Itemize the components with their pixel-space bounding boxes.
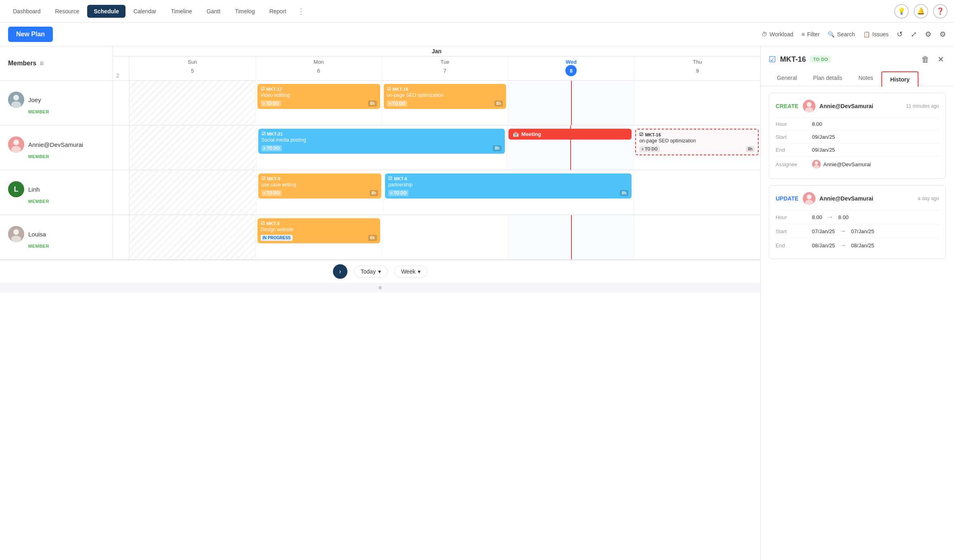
cell-joey-mon6[interactable]: ☑MKT-17 Video editting ≡ TO DO 8h	[255, 81, 382, 125]
cell-louisa-tue7[interactable]	[382, 215, 508, 259]
more-icon[interactable]: ⋮	[294, 5, 308, 17]
task-id-dashed: MKT-16	[645, 132, 661, 137]
new-plan-button[interactable]: New Plan	[8, 27, 53, 42]
task-status-mkt9: ≡ TO DO	[262, 190, 282, 196]
expand-icon: ⤢	[911, 30, 917, 39]
meeting-card[interactable]: 📅 Meeting	[508, 129, 632, 140]
tab-timelog[interactable]: Timelog	[228, 5, 261, 18]
member-info-joey: Joey	[8, 92, 105, 108]
task-title-mkt6: partnership	[388, 182, 628, 188]
today-label: Today	[361, 268, 376, 275]
svg-point-2	[11, 101, 21, 108]
tab-resource[interactable]: Resource	[49, 5, 86, 18]
tab-calendar[interactable]: Calendar	[127, 5, 163, 18]
cell-linh-thu9[interactable]	[633, 170, 760, 215]
lightbulb-icon[interactable]: 💡	[894, 4, 909, 19]
task-card-mkt6[interactable]: ☑MKT-6 partnership ≡ TO DO 8h	[385, 173, 632, 199]
member-info-linh: L Linh	[8, 181, 105, 197]
task-hours-mkt9: 8h	[370, 190, 379, 196]
cell-annie-mon6[interactable]: ☑MKT-21 Social media posting ≡ TO DO 8h	[256, 125, 506, 170]
field-value-end: 09/Jan/25	[812, 147, 835, 153]
sliders-action[interactable]: ⚙	[925, 30, 931, 39]
task-card-mkt9[interactable]: ☑MKT-9 use case writing ≡ TO DO 8h	[258, 173, 382, 199]
create-user-name: Annie@DevSamurai	[820, 103, 873, 109]
expand-action[interactable]: ⤢	[911, 30, 917, 39]
task-card-mkt21[interactable]: ☑MKT-21 Social media posting ≡ TO DO 8h	[258, 129, 505, 154]
day-header-thu9: Thu 9	[634, 56, 760, 80]
update-old-start: 07/Jan/25	[812, 228, 835, 234]
sliders-icon: ⚙	[925, 30, 931, 39]
cell-louisa-mon6[interactable]: ☑MKT-8 Design website IN PROGRESS 6h	[255, 215, 382, 259]
tab-notes[interactable]: Notes	[850, 71, 881, 86]
notification-icon[interactable]: 🔔	[914, 4, 928, 19]
task-card-mkt17[interactable]: ☑MKT-17 Video editting ≡ TO DO 8h	[257, 84, 380, 109]
task-title-mkt21: Social media posting	[262, 137, 502, 144]
member-cell-linh: L Linh MEMBER	[0, 170, 113, 215]
create-fields: Hour 8.00 Start 09/Jan/25 End 09/Jan/25 …	[776, 117, 939, 172]
tab-report[interactable]: Report	[263, 5, 293, 18]
cell-louisa-thu9[interactable]	[634, 215, 760, 259]
today-line-louisa	[571, 215, 572, 259]
close-button[interactable]: ✕	[936, 53, 946, 66]
week-button[interactable]: Week ▾	[394, 265, 428, 278]
task-card-mkt16-joey[interactable]: ☑MKT-16 on-page SEO optimization ≡ TO DO…	[384, 84, 506, 109]
history-entry-update: UPDATE Annie@DevSamurai a day ago Hou	[769, 185, 946, 259]
tab-schedule[interactable]: Schedule	[87, 5, 125, 18]
tab-dashboard[interactable]: Dashboard	[6, 5, 47, 18]
cell-annie-sun5[interactable]	[129, 125, 256, 170]
filter-action[interactable]: ≡ Filter	[801, 31, 820, 38]
history-avatar-annie-update	[803, 192, 816, 205]
day-name-tue7: Tue	[384, 59, 506, 65]
search-action[interactable]: 🔍 Search	[828, 31, 855, 38]
cell-annie-wed8[interactable]: 📅 Meeting	[506, 125, 634, 170]
arrow-start: →	[840, 228, 846, 235]
cell-joey-thu9[interactable]	[634, 81, 760, 125]
tab-gantt[interactable]: Gantt	[200, 5, 227, 18]
task-id-mkt9: MKT-9	[267, 176, 280, 181]
svg-point-4	[13, 140, 19, 145]
task-id-mkt6: MKT-6	[394, 176, 407, 181]
avatar-linh: L	[8, 181, 24, 197]
avatar-img-joey	[8, 92, 24, 108]
cell-linh-tue7[interactable]: ☑MKT-6 partnership ≡ TO DO 8h	[383, 170, 633, 215]
cell-joey-tue7[interactable]: ☑MKT-16 on-page SEO optimization ≡ TO DO…	[382, 81, 508, 125]
cell-annie-thu9[interactable]: ☑MKT-16 on-page SEO optimization ≡ TO DO…	[633, 125, 760, 170]
cell-louisa-sun5[interactable]	[129, 215, 255, 259]
field-value-start: 09/Jan/25	[812, 134, 835, 140]
day-num-tue7: 7	[439, 65, 450, 76]
task-card-mkt8[interactable]: ☑MKT-8 Design website IN PROGRESS 6h	[257, 218, 380, 243]
tab-plan-details[interactable]: Plan details	[805, 71, 850, 86]
members-column-header: Members ≡	[0, 46, 113, 80]
settings-action[interactable]: ⚙	[939, 30, 946, 39]
tab-timeline[interactable]: Timeline	[165, 5, 199, 18]
field-value-hour: 8.00	[812, 121, 822, 127]
delete-button[interactable]: 🗑	[920, 53, 931, 66]
issues-icon: 📋	[863, 31, 870, 38]
members-filter-icon[interactable]: ≡	[40, 59, 44, 68]
cell-joey-sun5[interactable]	[129, 81, 255, 125]
issues-action[interactable]: 📋 Issues	[863, 31, 889, 38]
nav-tabs: Dashboard Resource Schedule Calendar Tim…	[6, 5, 894, 18]
day-header-sun5: Sun 5	[129, 56, 255, 80]
history-avatar-annie-create	[803, 100, 816, 113]
tab-history[interactable]: History	[881, 71, 918, 87]
task-checkbox-icon[interactable]: ☑	[769, 54, 776, 64]
task-title-mkt8: Design website	[261, 227, 377, 233]
tab-general[interactable]: General	[769, 71, 805, 86]
member-name-linh: Linh	[28, 186, 40, 193]
update-field-name-start: Start	[776, 228, 812, 234]
workload-action[interactable]: ⏱ Workload	[762, 31, 793, 38]
detail-tabs: General Plan details Notes History	[769, 71, 946, 86]
help-icon[interactable]: ❓	[933, 4, 948, 19]
nav-back-button[interactable]: ›	[333, 264, 347, 279]
cell-linh-mon6[interactable]: ☑MKT-9 use case writing ≡ TO DO 8h	[256, 170, 383, 215]
cell-linh-sun5[interactable]	[129, 170, 256, 215]
task-card-mkt16-dashed[interactable]: ☑MKT-16 on-page SEO optimization ≡ TO DO…	[635, 129, 759, 155]
refresh-action[interactable]: ↺	[897, 30, 903, 39]
week-chevron-icon: ▾	[418, 268, 421, 275]
cell-louisa-wed8[interactable]	[508, 215, 634, 259]
workload-label: Workload	[770, 31, 793, 38]
avatar-svg-annie-create	[803, 100, 816, 113]
cell-joey-wed8[interactable]	[508, 81, 634, 125]
today-button[interactable]: Today ▾	[354, 265, 388, 278]
